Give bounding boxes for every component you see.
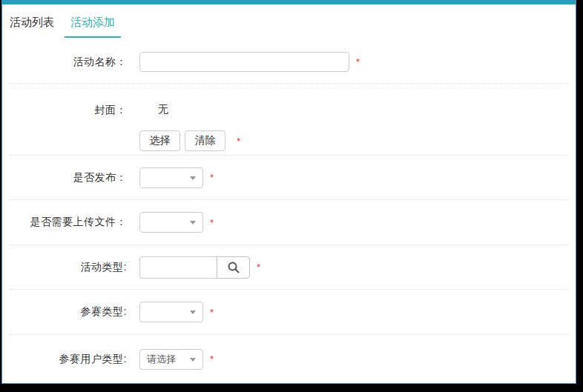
required-asterisk: * (257, 262, 260, 273)
chevron-down-icon (190, 221, 196, 225)
publish-select[interactable] (139, 167, 203, 188)
field-label: 参赛用户类型: (10, 353, 127, 366)
tab-activity-add[interactable]: 活动添加 (69, 4, 116, 41)
required-asterisk: * (356, 56, 360, 67)
user-type-select[interactable]: 请选择 (139, 349, 203, 370)
field-label: 活动类型: (10, 261, 127, 274)
tab-activity-list[interactable]: 活动列表 (8, 4, 56, 41)
field-label: 是否需要上传文件： (10, 216, 127, 229)
form-row-publish: 是否发布： * (10, 156, 568, 200)
activity-name-input[interactable] (139, 52, 349, 72)
form-row-user-type: 参赛用户类型: 请选择 * (10, 335, 568, 383)
activity-type-search-button[interactable] (217, 256, 250, 279)
required-asterisk: * (237, 136, 240, 147)
required-asterisk: * (210, 307, 214, 318)
form-row-activity-type: 活动类型: * (10, 245, 568, 290)
cover-current-value: 无 (139, 103, 168, 118)
tab-bar: 活动列表 活动添加 (2, 4, 576, 41)
cover-clear-button[interactable]: 清除 (185, 130, 225, 151)
cover-select-button[interactable]: 选择 (139, 130, 180, 151)
tab-label: 活动列表 (10, 16, 54, 30)
form-row-cover: 封面： 无 选择 清除 * (10, 84, 568, 156)
search-icon (227, 261, 240, 274)
need-upload-select[interactable] (139, 212, 203, 233)
form-row-need-upload: 是否需要上传文件： * (10, 200, 568, 245)
activity-type-input[interactable] (139, 256, 217, 279)
chevron-down-icon (190, 358, 196, 362)
chevron-down-icon (190, 310, 196, 314)
required-asterisk: * (210, 353, 214, 365)
required-asterisk: * (210, 172, 214, 183)
tab-label: 活动添加 (70, 16, 115, 30)
chevron-down-icon (190, 176, 196, 180)
select-value: 请选择 (147, 353, 176, 366)
compete-type-select[interactable] (139, 302, 203, 322)
field-label: 活动名称： (10, 56, 127, 69)
field-label: 参赛类型: (10, 305, 127, 319)
form-row-compete-type: 参赛类型: * (10, 290, 568, 335)
window-frame: 活动列表 活动添加 活动名称： * 封面： 无 选择 清除 * (1, 0, 576, 384)
required-asterisk: * (210, 217, 214, 228)
field-label: 封面： (10, 84, 127, 117)
activity-add-form: 活动名称： * 封面： 无 选择 清除 * 是否发布： (2, 41, 576, 383)
form-row-activity-name: 活动名称： * (10, 41, 568, 84)
field-label: 是否发布： (10, 171, 127, 185)
